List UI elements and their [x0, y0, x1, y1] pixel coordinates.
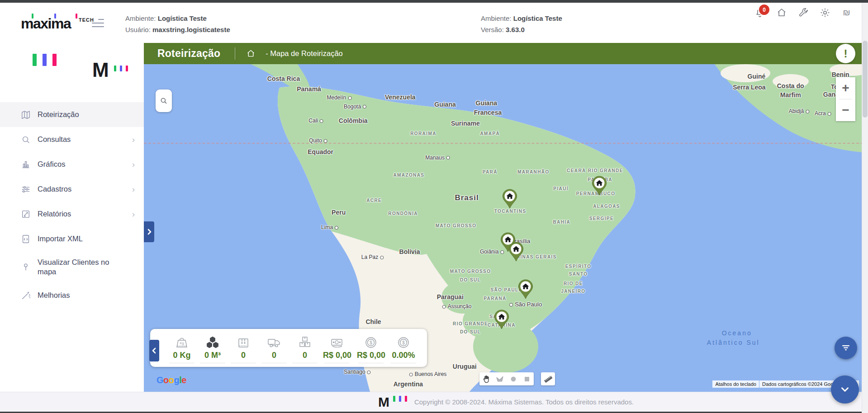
alert-button[interactable]: !: [836, 44, 855, 63]
panel-collapse-button[interactable]: [149, 340, 159, 361]
wrench-icon[interactable]: [797, 6, 809, 19]
zoom-out-button[interactable]: −: [836, 99, 855, 121]
map-label: ALAGOAS: [593, 203, 620, 208]
weight-icon: Kg: [174, 335, 190, 350]
sidebar-item-label: Relatórios: [38, 209, 71, 219]
sidebar-item-visualizar-clientes[interactable]: Visualizar Clientes no mapa: [0, 251, 144, 283]
sidebar-item-consultas[interactable]: Consultas ›: [0, 127, 144, 152]
map-marker[interactable]: [502, 189, 518, 209]
map-marker[interactable]: [517, 279, 534, 299]
truck-icon: [266, 335, 282, 350]
keyboard-shortcuts-link[interactable]: Atalhos do teclado: [712, 380, 759, 388]
circle-tool[interactable]: [507, 372, 520, 385]
stat-percent: $ 0.00%: [391, 335, 416, 363]
rectangle-tool[interactable]: [520, 372, 534, 385]
map-marker[interactable]: [508, 242, 524, 262]
svg-text:$: $: [370, 340, 373, 345]
map-label: Suriname: [451, 120, 480, 127]
footer: M Copyright © 2008-2024. Máxima Sistemas…: [0, 392, 868, 413]
stat-cost: $ R$ 0,00: [357, 335, 385, 363]
map-label: Abidjã: [789, 108, 811, 114]
scroll-down-fab-button[interactable]: [831, 375, 859, 404]
map-label: MATO GROSSO: [450, 269, 491, 274]
boxes-icon: [297, 335, 313, 350]
map-label: Santiago: [344, 369, 372, 375]
coin-icon: $: [363, 335, 379, 350]
bar-chart-icon: [21, 160, 31, 169]
gear-icon[interactable]: [819, 6, 831, 19]
sidebar-item-label: Gráficos: [38, 160, 65, 169]
sidebar-item-cadastros[interactable]: Cadastros ›: [0, 177, 144, 202]
map-label: DO SUL: [460, 329, 481, 334]
map-label: ESPÍRITO: [565, 263, 592, 268]
usuario-label: Usuário:: [125, 26, 151, 33]
map-label: Peru: [332, 209, 346, 216]
map-label: Buenos Aires: [408, 371, 447, 377]
map-label: BAHIA: [553, 219, 570, 224]
filter-fab-button[interactable]: [835, 337, 857, 359]
home-pin-icon: [502, 189, 518, 209]
map-marker[interactable]: [591, 176, 607, 196]
versao-value: 3.63.0: [506, 26, 525, 33]
sidebar-item-melhorias[interactable]: Melhorias: [0, 283, 144, 308]
map-label: Bolívia: [399, 248, 420, 255]
map-label: Chile: [365, 318, 381, 325]
routing-map[interactable]: Costa RicaPanamáVenezuelaGuianaGuianaFra…: [144, 64, 868, 392]
ambiente-label: Ambiente:: [481, 14, 512, 22]
topbar: maxima TECH Ambiente: Logística Teste Us…: [0, 3, 868, 43]
sidebar-item-graficos[interactable]: Gráficos ›: [0, 152, 144, 177]
chevron-right-icon: ›: [132, 160, 135, 169]
panel-expand-tab[interactable]: [144, 221, 154, 242]
notifications-bell-icon[interactable]: 0: [754, 6, 766, 19]
city-dot: [380, 256, 384, 259]
google-logo[interactable]: Google: [157, 375, 186, 385]
ambiente-value: Logística Teste: [513, 14, 562, 22]
polygon-tool[interactable]: [493, 372, 507, 385]
map-label: Equador: [308, 148, 333, 155]
sidebar-item-label: Importar XML: [38, 234, 83, 244]
svg-text:Kg: Kg: [180, 341, 184, 345]
sidebar-item-relatorios[interactable]: Relatórios ›: [0, 202, 144, 226]
banknote-icon: [329, 335, 345, 350]
map-label: PIAUÍ: [553, 186, 569, 191]
city-dot: [509, 303, 513, 306]
sidebar-item-roteirizacao[interactable]: Roteirização: [0, 102, 144, 127]
home-pin-icon: [493, 310, 510, 329]
hamburger-menu-icon[interactable]: [92, 19, 104, 30]
pan-hand-tool[interactable]: [479, 372, 493, 385]
stat-weight: Kg 0 Kg: [169, 335, 194, 363]
home-icon[interactable]: [775, 6, 787, 19]
magic-wand-icon: [21, 291, 31, 300]
stat-vehicles: 0: [261, 335, 287, 363]
measure-ruler-tool[interactable]: [541, 372, 555, 385]
city-dot: [409, 373, 413, 376]
xml-file-icon: [21, 234, 31, 244]
breadcrumb-home-icon[interactable]: [246, 49, 256, 58]
ambiente-value: Logística Teste: [158, 14, 207, 22]
route-totals-panel: Kg 0 Kg 0 M³ 0 0 0 R$ 0,00: [150, 329, 427, 367]
map-search-button[interactable]: [156, 89, 172, 112]
sidebar-item-label: Consultas: [38, 135, 71, 144]
map-label: TOCANTINS: [494, 208, 526, 213]
brand-shekel-icon[interactable]: ₪: [840, 6, 853, 19]
stat-value: 0: [303, 351, 307, 360]
page-scrollbar[interactable]: [862, 3, 868, 413]
stat-value: 0 Kg: [173, 351, 190, 360]
map-label: Assunção: [441, 303, 472, 310]
page-header: Roteirização - Mapa de Roteirização !: [144, 43, 868, 64]
map-zoom-control: + −: [836, 77, 855, 121]
logo-tick-pink: [76, 14, 77, 19]
map-label: São Paulo: [508, 301, 542, 308]
map-drawing-tools: [479, 372, 534, 385]
page-title: Roteirização: [157, 47, 220, 60]
map-marker[interactable]: [493, 310, 510, 329]
ambiente-label: Ambiente:: [125, 14, 156, 22]
city-dot: [828, 112, 831, 116]
stat-value: 0 M³: [204, 351, 221, 360]
scrollbar-thumb[interactable]: [863, 41, 868, 117]
city-dot: [446, 156, 450, 160]
environment-info-left: Ambiente: Logística Teste Usuário: maxst…: [125, 13, 230, 35]
sidebar-item-importar-xml[interactable]: Importar XML: [0, 226, 144, 251]
zoom-in-button[interactable]: +: [836, 77, 855, 99]
map-label: Guiné: [748, 73, 766, 80]
